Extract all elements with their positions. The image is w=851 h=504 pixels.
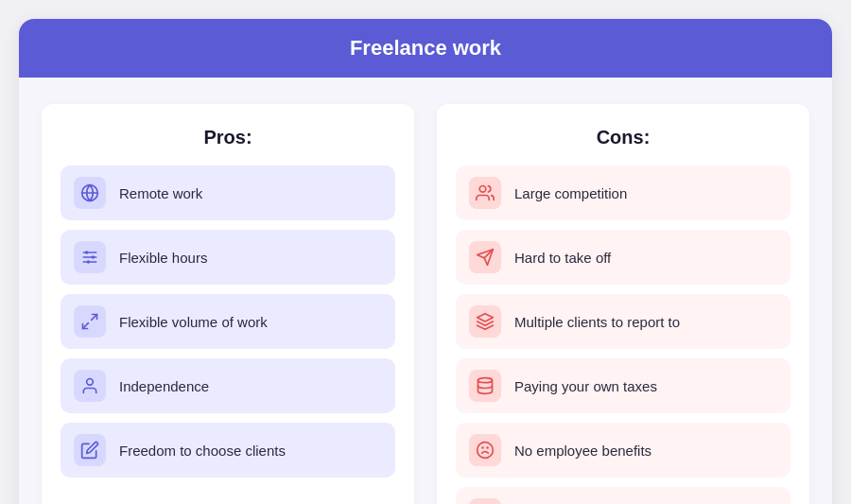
svg-point-16 xyxy=(478,443,494,459)
list-item-label: Independence xyxy=(119,378,209,394)
list-item: Paying your own taxes xyxy=(456,358,790,413)
list-item-label: Hard to take off xyxy=(514,250,611,266)
shield-icon xyxy=(469,498,501,504)
list-item-label: Large competition xyxy=(514,185,627,201)
pros-heading: Pros: xyxy=(61,127,395,148)
list-item: Freedom to choose clients xyxy=(61,423,395,478)
send-icon xyxy=(469,241,501,273)
list-item: Flexible volume of work xyxy=(61,294,395,349)
sliders-icon xyxy=(74,241,106,273)
people-icon xyxy=(469,177,501,209)
list-item: Flexible hours xyxy=(61,230,395,285)
cons-list: Large competition Hard to take off xyxy=(456,165,790,504)
list-item: Hard to take off xyxy=(456,230,790,285)
svg-point-6 xyxy=(92,255,95,258)
svg-line-8 xyxy=(92,315,97,321)
list-item-label: Flexible volume of work xyxy=(119,314,268,330)
list-item-label: Paying your own taxes xyxy=(514,378,657,394)
svg-point-15 xyxy=(478,378,493,383)
svg-point-11 xyxy=(479,186,486,193)
svg-point-10 xyxy=(87,379,94,386)
card-body: Pros: Remote work xyxy=(19,78,832,504)
layers-icon xyxy=(469,305,501,338)
database-icon xyxy=(469,370,501,402)
list-item: Large competition xyxy=(456,165,790,220)
list-item-label: Multiple clients to report to xyxy=(514,314,680,330)
card-header: Freelance work xyxy=(19,19,832,78)
resize-icon xyxy=(74,305,106,338)
list-item: Remote work xyxy=(61,165,395,220)
main-card: Freelance work Pros: Remote work xyxy=(19,19,832,504)
svg-line-9 xyxy=(83,323,89,329)
list-item: Multiple clients to report to xyxy=(456,294,790,349)
sad-icon xyxy=(469,434,501,466)
pros-column: Pros: Remote work xyxy=(42,104,414,504)
svg-point-7 xyxy=(87,260,90,263)
edit-icon xyxy=(74,434,106,466)
list-item: No employee benefits xyxy=(456,423,790,478)
list-item: No long-term security xyxy=(456,487,790,504)
cons-column: Cons: Large competition xyxy=(437,104,809,504)
svg-marker-14 xyxy=(478,314,494,322)
list-item-label: Freedom to choose clients xyxy=(119,443,286,459)
list-item-label: Remote work xyxy=(119,185,202,201)
cons-heading: Cons: xyxy=(456,127,790,148)
list-item-label: Flexible hours xyxy=(119,250,207,266)
page-title: Freelance work xyxy=(350,36,501,60)
svg-point-5 xyxy=(85,251,88,253)
person-icon xyxy=(74,370,106,402)
globe-icon xyxy=(74,177,106,209)
list-item-label: No employee benefits xyxy=(514,443,651,459)
pros-list: Remote work Flexible hours xyxy=(61,165,395,478)
list-item: Independence xyxy=(61,358,395,413)
